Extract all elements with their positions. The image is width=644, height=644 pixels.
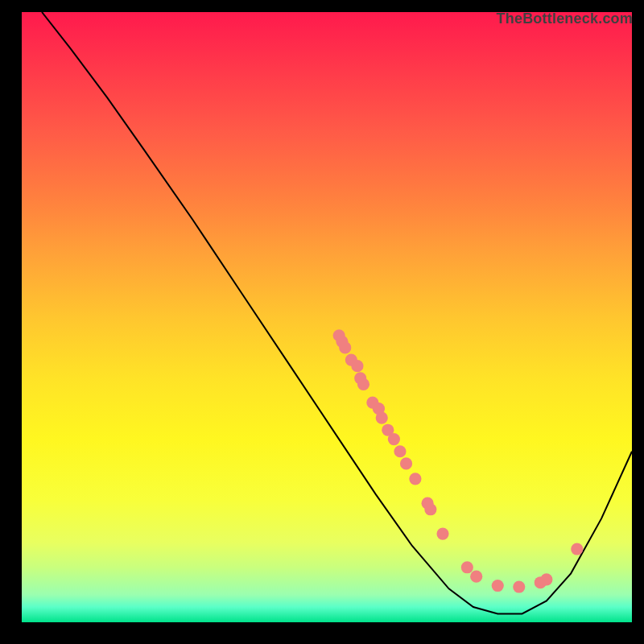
data-point <box>339 341 351 353</box>
data-point <box>376 411 388 423</box>
chart-svg <box>22 12 632 622</box>
data-point <box>357 378 369 390</box>
plot-area <box>20 10 634 624</box>
data-point <box>424 503 436 515</box>
data-point <box>540 573 552 585</box>
data-point <box>571 543 583 555</box>
data-point <box>351 360 363 372</box>
data-point <box>436 528 448 540</box>
data-point <box>470 571 482 583</box>
chart-container: TheBottleneck.com <box>0 10 644 644</box>
data-point <box>492 580 504 592</box>
data-point <box>394 445 406 457</box>
data-markers <box>333 329 584 592</box>
data-point <box>400 457 412 469</box>
bottleneck-curve <box>42 12 632 613</box>
watermark-text: TheBottleneck.com <box>497 10 633 27</box>
data-point <box>461 561 473 573</box>
data-point <box>513 580 525 592</box>
data-point <box>388 433 400 445</box>
data-point <box>409 473 421 485</box>
